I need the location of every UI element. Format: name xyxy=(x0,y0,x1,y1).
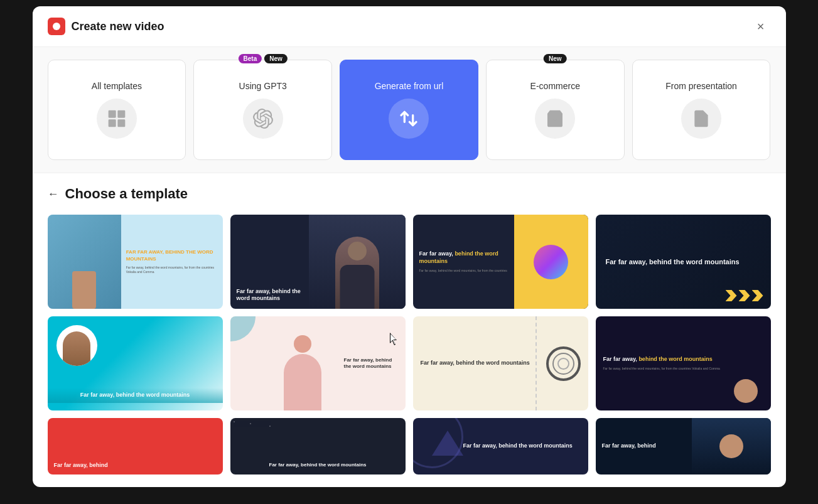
template-person-area xyxy=(729,323,763,404)
content-area: ← Choose a template FAR FAR AWAY, BEHIND… xyxy=(33,173,786,487)
template-text-area: Far far away, behind the word mountains xyxy=(606,257,761,266)
template-text-area: Far far away, behind xyxy=(54,462,108,469)
template-card[interactable]: Far far away, behind the word mountains xyxy=(230,418,406,475)
template-text-area: FAR FAR AWAY, BEHIND THE WORD MOUNTAINS … xyxy=(121,243,223,281)
badge-new-ecommerce: New xyxy=(544,54,567,63)
template-headline: Far far away, behind xyxy=(54,462,108,469)
template-headline: Far far away, behind the word mountains xyxy=(463,442,573,450)
shopping-icon-wrap xyxy=(535,99,575,139)
template-text-area: Far far away, behind the word mountains xyxy=(463,442,573,450)
openai-icon-wrap xyxy=(243,99,283,139)
category-all-templates[interactable]: All templates xyxy=(48,60,186,160)
section-header: ← Choose a template xyxy=(48,186,771,202)
template-circle xyxy=(546,346,581,381)
template-particles xyxy=(230,418,406,475)
template-card[interactable]: Far far away, behind the word mountains … xyxy=(596,316,771,410)
file-upload-icon-wrap xyxy=(681,99,721,139)
template-card[interactable]: FAR FAR AWAY, BEHIND THE WORD MOUNTAINS … xyxy=(48,215,223,309)
category-from-presentation[interactable]: From presentation xyxy=(632,60,771,160)
grid-icon-wrap xyxy=(97,99,137,139)
template-headline: Far far away, behind the word mountains xyxy=(419,250,509,265)
template-headline: Far far away, behind the word mountains xyxy=(606,257,761,266)
svg-rect-1 xyxy=(109,110,116,118)
category-e-commerce[interactable]: New E-commerce xyxy=(486,60,625,160)
swap-icon-wrap xyxy=(389,99,429,139)
chevron-arrows xyxy=(726,290,763,301)
svg-rect-4 xyxy=(117,119,125,127)
template-headline: Far far away, behind the word mountains xyxy=(54,392,217,399)
template-person-area xyxy=(48,215,121,309)
section-title: Choose a template xyxy=(65,186,188,202)
category-tabs: All templates Beta New Using GPT3 xyxy=(33,47,786,173)
template-text-area: Far far away, behind the word mountains xyxy=(48,388,223,403)
svg-rect-3 xyxy=(109,119,116,127)
grid-icon xyxy=(107,109,127,129)
template-card[interactable]: Far far away, behind xyxy=(596,418,771,475)
back-button[interactable]: ← xyxy=(48,188,59,201)
badge-row-gpt3: Beta New xyxy=(239,54,288,63)
modal-title: Create new video xyxy=(72,20,164,33)
template-card[interactable]: Far far away, behind xyxy=(48,418,223,475)
template-headline: FAR FAR AWAY, BEHIND THE WORD MOUNTAINS xyxy=(126,249,218,262)
modal-overlay: Create new video × All templates xyxy=(0,0,818,504)
template-headline: Far far away, behind the word mountains xyxy=(344,357,401,370)
template-body: Far far away, behind the word mountains,… xyxy=(419,269,509,273)
badge-beta: Beta xyxy=(239,54,262,63)
template-card[interactable]: Far far away, behind the word mountains xyxy=(230,316,406,410)
category-generate-from-url[interactable]: Generate from url xyxy=(340,60,478,160)
svg-point-0 xyxy=(53,23,60,30)
badge-new-gpt3: New xyxy=(264,54,288,63)
category-using-gpt3[interactable]: Beta New Using GPT3 xyxy=(193,60,332,160)
template-person-area xyxy=(309,215,405,309)
template-card[interactable]: Far far away, behind the word mountains … xyxy=(413,215,588,309)
template-triangle xyxy=(432,431,463,456)
badge-row-ecommerce: New xyxy=(544,54,567,63)
close-button[interactable]: × xyxy=(751,16,771,36)
file-upload-icon xyxy=(691,109,711,129)
shopping-icon xyxy=(545,109,565,129)
template-person-area xyxy=(279,329,326,410)
template-card[interactable]: Far far away, behind the word mountains xyxy=(596,215,771,309)
template-avatar xyxy=(57,325,97,366)
template-accent-shape xyxy=(230,316,256,341)
svg-rect-2 xyxy=(117,110,125,118)
template-headline: Far far away, behind the word mountains xyxy=(237,288,312,303)
template-card[interactable]: Far far away, behind the word mountains xyxy=(413,316,588,410)
template-headline: Far far away, behind the word mountains xyxy=(603,356,724,363)
template-text-area: Far far away, behind the word mountains xyxy=(230,282,318,309)
chevron-3 xyxy=(752,290,763,301)
modal: Create new video × All templates xyxy=(33,6,786,487)
template-headline: Far far away, behind the word mountains xyxy=(421,360,540,367)
modal-header: Create new video × xyxy=(33,6,786,47)
openai-icon xyxy=(253,109,273,129)
chevron-2 xyxy=(739,290,750,301)
template-text-area: Far far away, behind the word mountains … xyxy=(413,215,515,309)
template-accent-area xyxy=(514,215,588,309)
template-text-area: Far far away, behind the word mountains … xyxy=(603,356,724,371)
template-card[interactable]: Far far away, behind the word mountains xyxy=(230,215,406,309)
template-person-area xyxy=(692,418,771,475)
template-card[interactable]: Far far away, behind the word mountains xyxy=(48,316,223,410)
template-body: Far far away, behind the word mountains,… xyxy=(603,367,724,371)
app-logo xyxy=(48,18,65,35)
swap-icon xyxy=(399,109,419,129)
template-body: Far far away, behind the word mountains,… xyxy=(126,265,218,274)
template-grid: FAR FAR AWAY, BEHIND THE WORD MOUNTAINS … xyxy=(48,215,771,475)
logo-icon xyxy=(51,21,62,32)
chevron-1 xyxy=(726,290,737,301)
template-text-area: Far far away, behind the word mountains xyxy=(421,360,540,367)
template-text-area: Far far away, behind the word mountains xyxy=(344,357,401,370)
template-card[interactable]: Far far away, behind the word mountains xyxy=(413,418,588,475)
